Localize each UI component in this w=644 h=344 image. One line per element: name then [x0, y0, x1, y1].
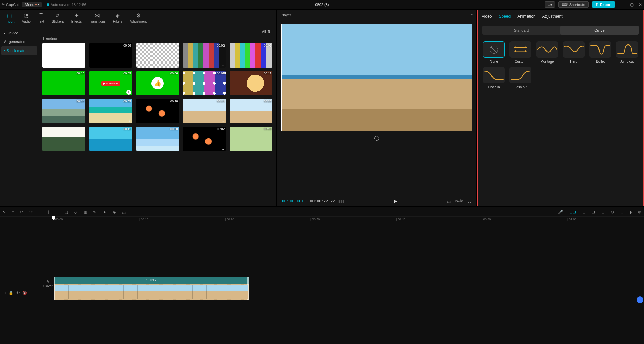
tab-speed[interactable]: Speed [499, 14, 511, 19]
media-thumbnail[interactable]: 00:35⤓ [89, 99, 132, 123]
speed-standard-button[interactable]: Standard [482, 26, 560, 35]
media-thumbnail[interactable]: 00:07⤓ [183, 127, 226, 151]
mic-icon[interactable]: 🎤 [558, 210, 563, 214]
media-thumbnail[interactable]: 00:06👍 [136, 71, 179, 95]
menu-button[interactable]: Menu ▾ [22, 2, 42, 7]
download-icon[interactable]: ⤓ [222, 63, 225, 67]
shortcuts-button[interactable]: ⌨ Shortcuts [558, 1, 589, 8]
filter-all-button[interactable]: All ⇅ [262, 29, 270, 34]
media-thumbnail[interactable] [42, 43, 85, 68]
undo-button[interactable]: ↶ [20, 210, 23, 214]
player-viewport[interactable] [281, 24, 472, 131]
crop-tl2-icon[interactable]: ⬚ [122, 210, 126, 214]
media-thumbnail[interactable]: 00:10 [42, 71, 85, 95]
split-icon[interactable]: ⟊ [47, 210, 50, 214]
timeline-ruler[interactable]: | 00:00| 00:10| 00:20| 00:30| 00:40| 00:… [54, 217, 644, 223]
freeze-icon[interactable]: ▥ [83, 210, 87, 214]
track-lock-icon[interactable]: 🔒 [8, 291, 13, 295]
media-thumbnail[interactable]: 00:11 [89, 127, 132, 151]
select-dropdown-icon[interactable]: ▾ [12, 210, 14, 213]
media-thumbnail[interactable]: 00:06 [89, 43, 132, 68]
media-thumbnail[interactable]: 00:14 [42, 99, 85, 123]
zoom-out-icon[interactable]: ⊖ [611, 210, 614, 214]
reverse-icon[interactable]: ⟲ [93, 210, 96, 214]
cover-button[interactable]: ✎ Cover [43, 280, 53, 288]
crop-tl-icon[interactable]: ◇ [74, 210, 77, 214]
player-quality-icon[interactable] [374, 136, 379, 141]
preview2-icon[interactable]: ⊞ [601, 210, 605, 214]
curve-preset-bullet[interactable]: Bullet [589, 41, 612, 64]
delete-icon[interactable]: ▢ [64, 210, 68, 214]
zoom-in-icon[interactable]: ⊕ [620, 210, 624, 214]
curve-preset-flashout[interactable]: Flash out [509, 67, 532, 89]
media-thumbnail[interactable]: 00:05+▶ Subscribe [89, 71, 132, 95]
download-icon[interactable]: ⤓ [222, 91, 225, 95]
tab-adjustment-right[interactable]: Adjustment [542, 14, 563, 19]
zoom-fit-icon[interactable]: ◗ [630, 210, 632, 214]
bars-icon[interactable]: ▮▮▮ [338, 199, 344, 203]
download-icon[interactable]: ⤓ [222, 119, 225, 123]
sidebar-item-stock[interactable]: Stock mate... [1, 46, 37, 55]
add-icon[interactable]: + [126, 90, 131, 95]
media-thumbnail[interactable]: 00:28 [136, 99, 179, 123]
tab-stickers[interactable]: ☺Stickers [48, 11, 67, 25]
sidebar-item-device[interactable]: ▸Device [1, 29, 37, 37]
tab-filters[interactable]: ◈Filters [110, 11, 126, 25]
media-thumbnail[interactable]: 00:11 [230, 71, 272, 95]
media-thumbnail[interactable]: 00:13 [230, 127, 272, 151]
tab-import[interactable]: ⬚Import [1, 11, 18, 25]
rotate-icon[interactable]: ◈ [113, 210, 116, 214]
curve-preset-none[interactable]: None [482, 41, 505, 64]
help-bubble[interactable] [637, 296, 643, 303]
curve-preset-montage[interactable]: Montage [536, 41, 559, 64]
media-thumbnail[interactable]: 00:02⤓ [183, 43, 226, 68]
track-eye-icon[interactable]: 👁 [16, 291, 20, 295]
player-menu-icon[interactable]: ≡ [471, 13, 473, 17]
track-opt1-icon[interactable]: ⊡ [3, 291, 6, 295]
ratio-button[interactable]: Ratio [454, 199, 464, 203]
layout-button[interactable]: ▭▾ [545, 1, 555, 8]
fullscreen-icon[interactable]: ⛶ [467, 199, 471, 203]
play-button[interactable]: ▶ [394, 198, 397, 204]
link-icon[interactable]: ⊟ [582, 210, 586, 214]
media-thumbnail[interactable]: 00:20 [136, 127, 179, 151]
media-thumbnail[interactable] [136, 43, 179, 68]
tracks-area[interactable]: | 00:00| 00:10| 00:20| 00:30| 00:40| 00:… [54, 217, 644, 344]
split-r-icon[interactable]: ⟊ [56, 210, 58, 214]
tab-video[interactable]: Video [482, 14, 492, 19]
preview-icon[interactable]: ⊡ [592, 210, 595, 214]
fullwidth-icon[interactable]: ⊕ [638, 210, 641, 214]
tab-text[interactable]: TText [35, 11, 48, 25]
media-thumbnail[interactable]: 00:25 [230, 99, 272, 123]
track-mute-icon[interactable]: 🔇 [22, 291, 27, 295]
curve-preset-flashin[interactable]: Flash in [482, 67, 505, 89]
tab-effects[interactable]: ✦Effects [68, 11, 85, 25]
redo-button[interactable]: ↷ [29, 210, 33, 214]
curve-preset-jumpcut[interactable]: Jump cut [615, 41, 639, 64]
magnet-icon[interactable]: ⊟⊟ [569, 210, 576, 214]
tab-audio[interactable]: ◔Audio [18, 11, 34, 25]
download-icon[interactable]: ⤓ [222, 147, 225, 150]
media-thumbnail[interactable]: 00:01⤓ [183, 71, 226, 95]
tab-transitions[interactable]: ⋈Transitions [86, 11, 109, 25]
speed-curve-button[interactable]: Curve [560, 26, 639, 35]
crop-icon[interactable]: ⬚ [447, 199, 451, 203]
mirror-icon[interactable]: ▲ [103, 210, 107, 214]
media-thumbnail[interactable]: 00:14⤓ [183, 99, 226, 123]
maximize-button[interactable]: ▢ [630, 2, 634, 7]
minimize-button[interactable]: — [621, 2, 625, 7]
tab-animation[interactable]: Animation [517, 14, 535, 19]
download-icon[interactable]: ⤓ [128, 119, 131, 123]
media-thumbnail[interactable] [42, 127, 85, 151]
export-button[interactable]: ⇪ Export [592, 1, 615, 8]
sidebar-item-ai[interactable]: AI generated [1, 37, 37, 46]
playhead[interactable] [54, 217, 54, 342]
tab-adjustment[interactable]: ⚙Adjustment [126, 11, 150, 25]
video-clip[interactable]: 1.00x ▸ [54, 277, 249, 300]
media-thumbnail[interactable]: 00:01 [230, 43, 272, 68]
split-l-icon[interactable]: ⟊ [39, 210, 41, 214]
curve-preset-custom[interactable]: Custom [509, 41, 532, 64]
curve-preset-hero[interactable]: Hero [562, 41, 585, 64]
close-button[interactable]: ✕ [639, 2, 642, 7]
select-tool-icon[interactable]: ↖ [3, 210, 6, 214]
